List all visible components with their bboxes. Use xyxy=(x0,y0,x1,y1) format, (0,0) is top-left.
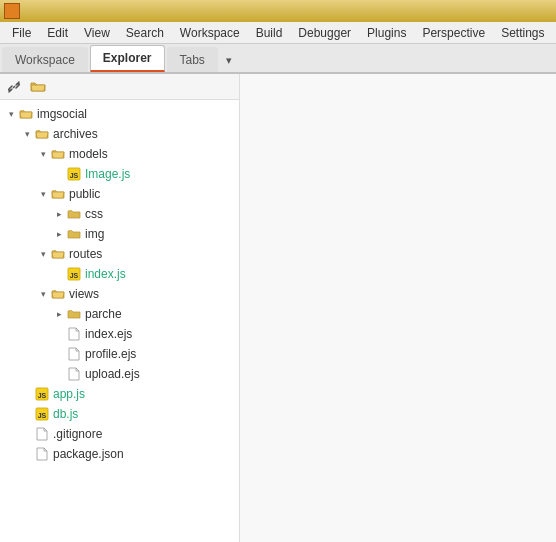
folder-icon-public xyxy=(50,186,66,202)
tab-workspace[interactable]: Workspace xyxy=(2,47,88,72)
sidebar-toolbar xyxy=(0,74,239,100)
tab-bar: WorkspaceExplorerTabs▾ xyxy=(0,44,556,74)
tree-arrow-views xyxy=(36,287,50,301)
tab-explorer[interactable]: Explorer xyxy=(90,45,165,72)
folder-icon-css xyxy=(66,206,82,222)
tree-item-gitignore[interactable]: .gitignore xyxy=(0,424,239,444)
menu-item-plugins[interactable]: Plugins xyxy=(359,24,414,42)
tree-label-public: public xyxy=(69,187,100,201)
tree-label-gitignore: .gitignore xyxy=(53,427,102,441)
tree-item-img[interactable]: img xyxy=(0,224,239,244)
folder-icon-parche xyxy=(66,306,82,322)
tree-label-image_js: Image.js xyxy=(85,167,130,181)
tree-label-imgsocial: imgsocial xyxy=(37,107,87,121)
tree-item-views[interactable]: views xyxy=(0,284,239,304)
tree-arrow-archives xyxy=(20,127,34,141)
main-content xyxy=(240,74,556,542)
tree-label-package_json: package.json xyxy=(53,447,124,461)
tabs-dropdown-button[interactable]: ▾ xyxy=(220,49,238,72)
tree-arrow-routes xyxy=(36,247,50,261)
tree-label-db_js: db.js xyxy=(53,407,78,421)
js-icon-app_js: JS xyxy=(34,386,50,402)
tree-arrow-img xyxy=(52,227,66,241)
folder-icon-imgsocial xyxy=(18,106,34,122)
tree-item-index_ejs[interactable]: index.ejs xyxy=(0,324,239,344)
tree-item-package_json[interactable]: package.json xyxy=(0,444,239,464)
tree-item-models[interactable]: models xyxy=(0,144,239,164)
svg-text:JS: JS xyxy=(38,412,47,419)
tree-item-image_js[interactable]: JSImage.js xyxy=(0,164,239,184)
js-icon-index_js_routes: JS xyxy=(66,266,82,282)
folder-open-icon[interactable] xyxy=(28,77,48,97)
file-icon-package_json xyxy=(34,446,50,462)
title-bar xyxy=(0,0,556,22)
menu-item-settings[interactable]: Settings xyxy=(493,24,552,42)
js-icon-db_js: JS xyxy=(34,406,50,422)
js-icon-image_js: JS xyxy=(66,166,82,182)
tree-label-index_ejs: index.ejs xyxy=(85,327,132,341)
menu-bar: FileEditViewSearchWorkspaceBuildDebugger… xyxy=(0,22,556,44)
tree-item-app_js[interactable]: JSapp.js xyxy=(0,384,239,404)
menu-item-view[interactable]: View xyxy=(76,24,118,42)
svg-text:JS: JS xyxy=(70,272,79,279)
tree-label-parche: parche xyxy=(85,307,122,321)
tree-label-css: css xyxy=(85,207,103,221)
tree-item-db_js[interactable]: JSdb.js xyxy=(0,404,239,424)
file-icon-gitignore xyxy=(34,426,50,442)
tree-item-routes[interactable]: routes xyxy=(0,244,239,264)
svg-text:JS: JS xyxy=(70,172,79,179)
tree-arrow-public xyxy=(36,187,50,201)
tree-label-img: img xyxy=(85,227,104,241)
folder-icon-img xyxy=(66,226,82,242)
tree-arrow-parche xyxy=(52,307,66,321)
tree-arrow-css xyxy=(52,207,66,221)
folder-icon-views xyxy=(50,286,66,302)
tab-tabs[interactable]: Tabs xyxy=(167,47,218,72)
tree-item-parche[interactable]: parche xyxy=(0,304,239,324)
tree-label-routes: routes xyxy=(69,247,102,261)
menu-item-file[interactable]: File xyxy=(4,24,39,42)
folder-icon-models xyxy=(50,146,66,162)
folder-icon-archives xyxy=(34,126,50,142)
menu-item-build[interactable]: Build xyxy=(248,24,291,42)
sidebar: imgsocialarchivesmodelsJSImage.jspublicc… xyxy=(0,74,240,542)
tree-label-index_js_routes: index.js xyxy=(85,267,126,281)
menu-item-workspace[interactable]: Workspace xyxy=(172,24,248,42)
svg-text:JS: JS xyxy=(38,392,47,399)
tree-item-profile_ejs[interactable]: profile.ejs xyxy=(0,344,239,364)
menu-item-debugger[interactable]: Debugger xyxy=(290,24,359,42)
tree-label-views: views xyxy=(69,287,99,301)
file-icon-upload_ejs xyxy=(66,366,82,382)
tree-label-profile_ejs: profile.ejs xyxy=(85,347,136,361)
tree-item-imgsocial[interactable]: imgsocial xyxy=(0,104,239,124)
tree-item-upload_ejs[interactable]: upload.ejs xyxy=(0,364,239,384)
menu-item-search[interactable]: Search xyxy=(118,24,172,42)
tree-label-upload_ejs: upload.ejs xyxy=(85,367,140,381)
menu-item-perspective[interactable]: Perspective xyxy=(414,24,493,42)
tree-label-models: models xyxy=(69,147,108,161)
link-icon[interactable] xyxy=(4,77,24,97)
tree-arrow-models xyxy=(36,147,50,161)
tree-arrow-imgsocial xyxy=(4,107,18,121)
tree-label-archives: archives xyxy=(53,127,98,141)
app-icon xyxy=(4,3,20,19)
file-icon-index_ejs xyxy=(66,326,82,342)
file-tree: imgsocialarchivesmodelsJSImage.jspublicc… xyxy=(0,100,239,468)
menu-item-php[interactable]: PHP xyxy=(553,24,557,42)
tree-label-app_js: app.js xyxy=(53,387,85,401)
folder-icon-routes xyxy=(50,246,66,262)
tree-item-css[interactable]: css xyxy=(0,204,239,224)
file-icon-profile_ejs xyxy=(66,346,82,362)
tree-item-archives[interactable]: archives xyxy=(0,124,239,144)
tree-item-index_js_routes[interactable]: JSindex.js xyxy=(0,264,239,284)
menu-item-edit[interactable]: Edit xyxy=(39,24,76,42)
tree-item-public[interactable]: public xyxy=(0,184,239,204)
